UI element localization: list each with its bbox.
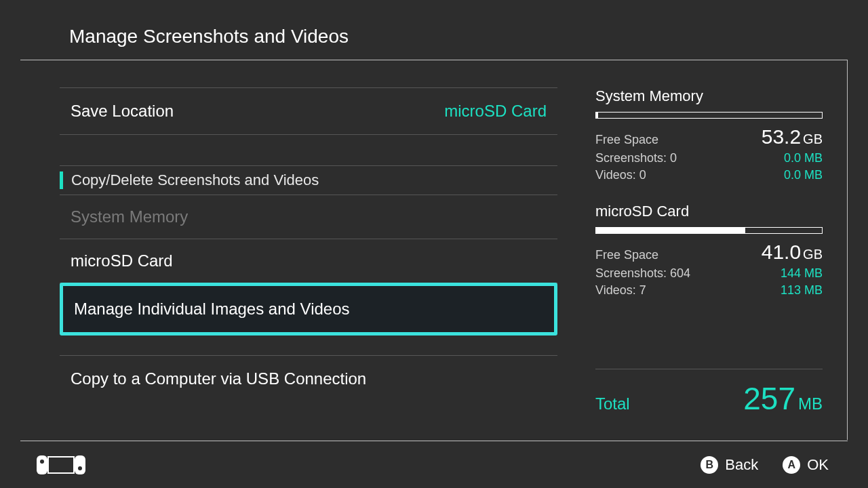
back-hint[interactable]: B Back — [701, 456, 758, 474]
sd-screenshots: Screenshots: 604 144 MB — [595, 266, 823, 281]
save-location-value: microSD Card — [444, 102, 547, 121]
microsd-free: Free Space 41.0GB — [595, 241, 823, 264]
ok-hint[interactable]: A OK — [783, 456, 829, 474]
save-location-row[interactable]: Save Location microSD Card — [60, 87, 557, 135]
svg-point-4 — [78, 466, 82, 470]
microsd-label: microSD Card — [71, 251, 173, 270]
system-memory-block: System Memory Free Space 53.2GB Screensh… — [595, 87, 823, 182]
microsd-bar — [595, 227, 823, 234]
copy-usb-label: Copy to a Computer via USB Connection — [71, 369, 366, 388]
back-label: Back — [725, 456, 758, 474]
controller-icon — [20, 455, 85, 474]
system-memory-bar — [595, 112, 823, 119]
system-memory-title: System Memory — [595, 87, 823, 105]
sd-free-label: Free Space — [595, 248, 658, 262]
right-panel: System Memory Free Space 53.2GB Screensh… — [568, 60, 847, 440]
system-memory-row: System Memory — [60, 195, 557, 239]
svg-rect-1 — [75, 455, 85, 474]
system-memory-free: Free Space 53.2GB — [595, 125, 823, 148]
svg-point-3 — [40, 460, 44, 464]
left-panel: Save Location microSD Card Copy/Delete S… — [20, 60, 568, 440]
system-memory-bar-fill — [596, 113, 598, 118]
sm-videos: Videos: 0 0.0 MB — [595, 168, 823, 182]
total-value: 257MB — [743, 380, 823, 417]
section-bar-icon — [60, 171, 63, 189]
total-label: Total — [595, 394, 630, 413]
ok-label: OK — [807, 456, 829, 474]
microsd-row[interactable]: microSD Card — [60, 239, 557, 283]
save-location-label: Save Location — [71, 102, 174, 121]
sm-free-value: 53.2GB — [762, 125, 823, 148]
sd-free-value: 41.0GB — [762, 241, 823, 264]
a-button-icon: A — [783, 456, 800, 474]
total-row: Total 257MB — [595, 369, 823, 417]
system-memory-label: System Memory — [71, 207, 188, 226]
sd-videos: Videos: 7 113 MB — [595, 283, 823, 298]
footer: B Back A OK — [20, 441, 848, 488]
sm-free-label: Free Space — [595, 133, 658, 147]
microsd-title: microSD Card — [595, 203, 823, 220]
copy-usb-row[interactable]: Copy to a Computer via USB Connection — [60, 355, 557, 402]
button-hints: B Back A OK — [701, 456, 848, 474]
microsd-block: microSD Card Free Space 41.0GB Screensho… — [595, 203, 823, 298]
copy-delete-header: Copy/Delete Screenshots and Videos — [60, 165, 557, 195]
copy-delete-label: Copy/Delete Screenshots and Videos — [71, 171, 319, 189]
svg-rect-0 — [37, 455, 47, 474]
sm-screenshots: Screenshots: 0 0.0 MB — [595, 151, 823, 165]
manage-individual-label: Manage Individual Images and Videos — [74, 300, 350, 318]
b-button-icon: B — [701, 456, 718, 474]
page-title: Manage Screenshots and Videos — [69, 26, 848, 47]
header: Manage Screenshots and Videos — [20, 0, 848, 60]
microsd-bar-fill — [596, 228, 745, 233]
manage-individual-row[interactable]: Manage Individual Images and Videos — [60, 283, 557, 336]
svg-rect-2 — [48, 457, 74, 473]
content: Save Location microSD Card Copy/Delete S… — [20, 60, 848, 440]
